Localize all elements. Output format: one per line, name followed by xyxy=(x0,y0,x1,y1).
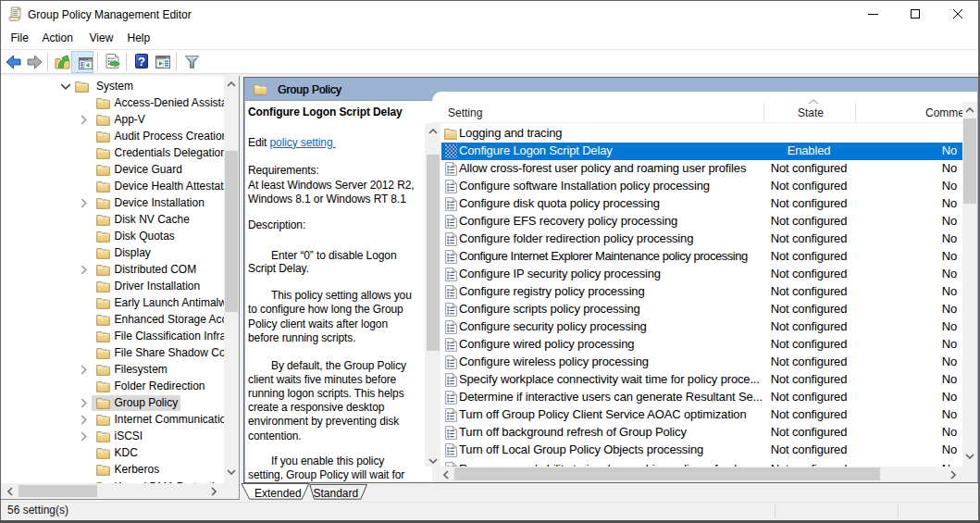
svg-text:?: ? xyxy=(138,55,145,68)
